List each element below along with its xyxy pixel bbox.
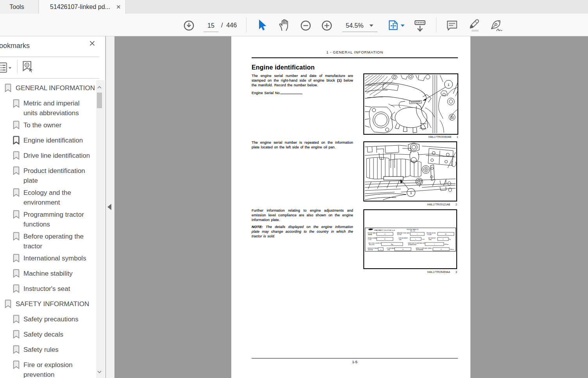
svg-text:x: x: [381, 248, 381, 250]
svg-text:ENGINE MADE IN: ENGINE MADE IN: [407, 229, 418, 230]
svg-text:DKB: DKB: [399, 239, 401, 241]
svg-text:BLBYAHHBB: BLBYAHHBB: [416, 249, 423, 251]
svg-text:WE-STWT: WE-STWT: [369, 244, 375, 246]
svg-text:CNH IND: CNH IND: [374, 229, 381, 231]
svg-text:Liters: Liters: [422, 239, 425, 240]
svg-text:LY-WT: LY-WT: [368, 239, 372, 241]
svg-text:G: G: [440, 248, 441, 250]
svg-text:AAAAA: AAAAA: [368, 234, 372, 235]
svg-text:kW/rpm: kW/rpm: [445, 244, 449, 245]
svg-text:I: I: [434, 243, 434, 245]
svg-text:B-F/GB: B-F/GB: [397, 234, 401, 235]
svg-text:XXXXBT: XXXXBT: [427, 234, 432, 235]
svg-text:1: 1: [447, 83, 449, 87]
svg-text:kW/rpm: kW/rpm: [450, 249, 454, 250]
svg-text:WNB: WNB: [429, 239, 431, 241]
svg-text:FR CS: FR CS: [410, 230, 415, 232]
svg-text:P: P: [384, 238, 386, 240]
svg-text:Eg: Eg: [391, 243, 393, 245]
svg-text:I: I: [417, 233, 417, 235]
svg-text:GHB: GHB: [387, 249, 390, 251]
svg-text:BLBTNB: BLBTNB: [368, 249, 373, 251]
svg-text:FPT INDUSTRIAL S.p.A: FPT INDUSTRIAL S.p.A: [381, 230, 395, 231]
svg-text:G: G: [402, 248, 403, 250]
svg-text:Kg: Kg: [449, 239, 451, 240]
svg-text:B: B: [445, 233, 447, 235]
svg-text:O: O: [384, 233, 385, 235]
svg-text:BGEBWFWRB: BGEBWFWRB: [408, 244, 416, 246]
